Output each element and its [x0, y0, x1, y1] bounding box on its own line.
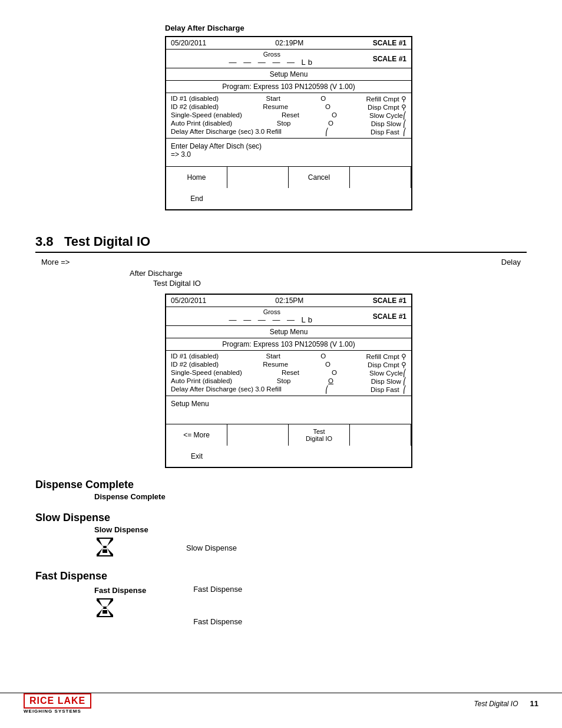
screen1-row3-left: Single-Speed (enabled) — [171, 111, 242, 120]
screen1-row4-cmd: Stop — [277, 120, 291, 128]
screen2-row4-left: Auto Print (disabled) — [171, 377, 232, 386]
dispense-complete-section: Dispense Complete Dispense Complete — [35, 479, 527, 501]
screen1-scale: SCALE #1 — [373, 39, 406, 47]
footer-page-info: Test Digital IO 11 — [474, 699, 538, 708]
screen1-menu-title: Setup Menu — [166, 68, 411, 81]
screen2-row2-left: ID #2 (disabled) — [171, 361, 219, 369]
screen1-row1-circle: O — [320, 95, 326, 103]
slow-dispense-title: Slow Dispense — [35, 512, 527, 524]
screen1-time: 02:19PM — [275, 39, 303, 47]
screen1-row3-right: Slow Cycle⎛ — [369, 111, 406, 120]
svg-marker-5 — [99, 599, 111, 607]
fast-dispense-title: Fast Dispense — [35, 570, 527, 582]
screen1-row1-cmd: Start — [266, 95, 280, 103]
screen2-row2-cmd: Resume — [263, 361, 288, 369]
company-logo: RICE LAKE WEIGHING SYSTEMS — [24, 693, 91, 714]
page-footer: RICE LAKE WEIGHING SYSTEMS Test Digital … — [0, 693, 562, 714]
screen2: 05/20/2011 02:15PM SCALE #1 Gross — — — … — [165, 294, 412, 468]
slow-dispense-icon-row: Slow Dispense — [35, 536, 527, 559]
screen1-btn-cancel[interactable]: Cancel — [289, 167, 350, 188]
fast-dispense-label1: Fast Dispense — [193, 585, 242, 594]
screen2-btn-testdigitalio[interactable]: TestDigital IO — [289, 424, 350, 446]
slow-dispense-section: Slow Dispense Slow Dispense Slow Dispens… — [35, 512, 527, 559]
screen2-gross-label: Gross — [171, 308, 373, 315]
screen1-enter-box: Enter Delay After Disch (sec) => 3.0 — [166, 139, 411, 167]
slow-dispense-svg-icon — [94, 536, 115, 558]
footer-page-number: 11 — [530, 699, 538, 708]
svg-rect-7 — [103, 610, 107, 614]
screen1-dashes: — — — — — Lb — [171, 58, 373, 67]
nav-test: Test Digital IO — [153, 279, 527, 288]
screen2-scale: SCALE #1 — [373, 297, 406, 305]
slow-dispense-subtitle: Slow Dispense — [94, 525, 527, 534]
slow-dispense-icon — [94, 536, 115, 559]
section38-number: 3.8 — [35, 234, 54, 249]
dispense-complete-subtitle: Dispense Complete — [94, 492, 527, 501]
section38-title: Test Digital IO — [64, 234, 150, 249]
screen1-row1-left: ID #1 (disabled) — [171, 95, 219, 103]
screen1-row2-left: ID #2 (disabled) — [171, 103, 219, 111]
nav-delay: Delay — [501, 258, 521, 266]
fast-dispense-subtitle: Fast Dispense — [94, 586, 146, 595]
fast-dispense-svg-icon — [94, 597, 115, 618]
screen2-row1-circle: O — [320, 353, 326, 361]
screen1-row4-circle: O — [328, 120, 333, 128]
svg-rect-3 — [103, 549, 107, 553]
screen1-row5-icon: ⎛ — [325, 128, 329, 136]
screen2-row4-cmd: Stop — [277, 377, 291, 386]
screen2-row3-circle: O — [332, 369, 337, 377]
footer-page-label: Test Digital IO — [474, 700, 518, 708]
screen2-row5-left: Delay After Discharge (sec) 3.0 Refill — [171, 386, 282, 394]
logo-sub: WEIGHING SYSTEMS — [24, 709, 81, 714]
screen1-btn-end[interactable]: End — [166, 188, 227, 209]
screen1-row2-circle: O — [325, 103, 330, 111]
screen2-row3-left: Single-Speed (enabled) — [171, 369, 242, 377]
screen2-btn-more[interactable]: <= More — [166, 424, 227, 446]
screen1-buttons: Home Cancel End — [166, 167, 411, 209]
screen1-enter-value: => 3.0 — [171, 150, 406, 159]
screen2-row4-circle: O — [328, 377, 333, 386]
screen1-btn-empty2 — [350, 167, 411, 188]
section38-heading: 3.8 Test Digital IO — [35, 234, 527, 253]
screen2-setup-text: Setup Menu — [171, 400, 406, 408]
screen2-buttons: <= More TestDigital IO Exit — [166, 424, 411, 467]
screen2-row5-right: Disp Fast ⎛ — [371, 386, 406, 394]
screen2-time: 02:15PM — [275, 297, 303, 305]
nav-row: More => Delay — [35, 258, 527, 266]
screen1-row2-right: Disp Cmpt ⚲ — [368, 103, 406, 111]
screen1: 05/20/2011 02:19PM SCALE #1 Gross — — — … — [165, 36, 412, 210]
screen2-btn-exit[interactable]: Exit — [166, 446, 227, 467]
screen2-row3-cmd: Reset — [282, 369, 299, 377]
screen1-btn-home[interactable]: Home — [166, 167, 227, 188]
screen1-row5-right: Disp Fast ⎛ — [371, 128, 406, 136]
svg-marker-1 — [99, 539, 111, 546]
screen2-btn-empty1 — [227, 424, 289, 446]
screen2-date: 05/20/2011 — [171, 297, 206, 305]
screen1-row4-right: Disp Slow ⎛ — [371, 120, 406, 128]
screen2-scale2: SCALE #1 — [373, 312, 406, 321]
screen2-dashes: — — — — — Lb — [171, 315, 373, 324]
screen1-row2-cmd: Resume — [263, 103, 288, 111]
screen2-menu-title: Setup Menu — [166, 326, 411, 338]
screen1-date: 05/20/2011 — [171, 39, 206, 47]
screen1-row3-cmd: Reset — [282, 111, 299, 120]
screen2-program: Program: Express 103 PN120598 (V 1.00) — [166, 338, 411, 351]
screen1-scale2: SCALE #1 — [373, 55, 406, 63]
screen1-row1-right: Refill Cmpt ⚲ — [366, 95, 406, 103]
screen2-row5-icon: ⎛ — [325, 386, 329, 394]
screen2-btn-empty2 — [350, 424, 411, 446]
screen2-row1-right: Refill Cmpt ⚲ — [366, 353, 406, 361]
screen1-row3-circle: O — [332, 111, 337, 120]
screen1-gross-label: Gross — [171, 51, 373, 58]
screen2-row4-right: Disp Slow ⎛ — [371, 377, 406, 386]
logo-main: RICE LAKE — [29, 696, 85, 706]
screen1-enter-label: Enter Delay After Disch (sec) — [171, 142, 406, 150]
screen1-btn-empty1 — [227, 167, 289, 188]
screen2-row2-right: Disp Cmpt ⚲ — [368, 361, 406, 369]
screen2-row1-cmd: Start — [266, 353, 280, 361]
screen2-setup-label: Setup Menu — [166, 396, 411, 424]
slow-dispense-label: Slow Dispense — [186, 543, 237, 552]
dispense-complete-title: Dispense Complete — [35, 479, 527, 491]
screen1-row5-left: Delay After Discharge (sec) 3.0 Refill — [171, 128, 282, 136]
screen2-row2-circle: O — [325, 361, 330, 369]
